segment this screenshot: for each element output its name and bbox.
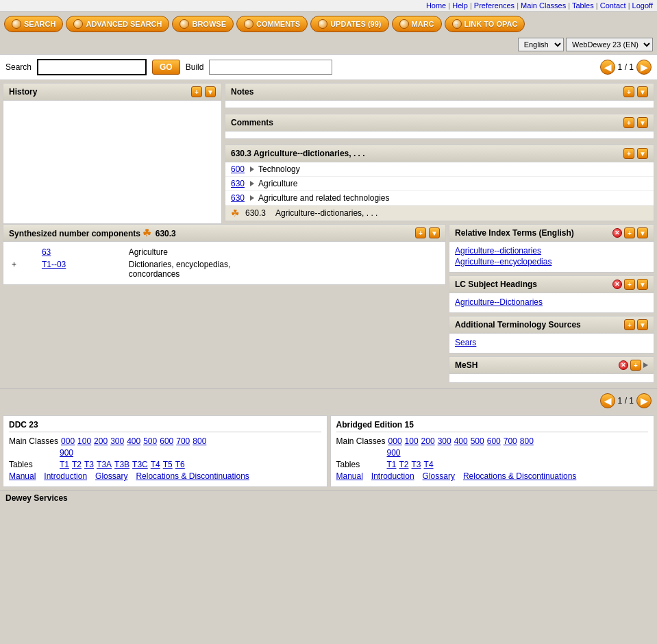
- ddc23-main-classes-label: Main Classes: [9, 436, 58, 446]
- abridged-900[interactable]: 900: [387, 448, 401, 458]
- comments-button[interactable]: COMMENTS: [236, 16, 308, 32]
- abridged-t4[interactable]: T4: [424, 460, 434, 469]
- ddc23-t2[interactable]: T2: [72, 460, 82, 469]
- lc-subject-link-1[interactable]: Agriculture--Dictionaries: [455, 297, 648, 307]
- abridged-300[interactable]: 300: [438, 436, 451, 446]
- help-link[interactable]: Help: [452, 1, 468, 10]
- ddc23-200[interactable]: 200: [94, 436, 108, 446]
- relative-index-add-button[interactable]: +: [624, 227, 635, 238]
- ddc23-t3[interactable]: T3: [84, 460, 94, 469]
- search-button[interactable]: SEARCH: [4, 16, 63, 32]
- synth-link-t103[interactable]: T1--03: [42, 260, 66, 269]
- two-col-layout: History + ▼ Notes + ▼: [0, 80, 657, 224]
- home-link[interactable]: Home: [426, 1, 446, 10]
- relative-index-link-2[interactable]: Agriculture--encyclopedias: [455, 257, 648, 267]
- ddc23-100[interactable]: 100: [77, 436, 91, 446]
- breadcrumb-link-630-2[interactable]: 630: [231, 193, 245, 203]
- abridged-600[interactable]: 600: [487, 436, 501, 446]
- relative-index-panel: Relative Index Terms (English) ✕ + ▼ Agr…: [449, 224, 654, 273]
- ddc23-800[interactable]: 800: [193, 436, 206, 446]
- bottom-prev-page-button[interactable]: ◀: [600, 393, 615, 408]
- lc-subject-collapse-button[interactable]: ▼: [637, 279, 648, 290]
- additional-terminology-add-button[interactable]: +: [624, 319, 635, 330]
- abridged-500[interactable]: 500: [471, 436, 484, 446]
- abridged-100[interactable]: 100: [405, 436, 419, 446]
- lc-subject-remove-button[interactable]: ✕: [612, 280, 622, 289]
- notes-collapse-button[interactable]: ▼: [637, 86, 648, 97]
- breadcrumb-link-600[interactable]: 600: [231, 164, 245, 174]
- contact-link[interactable]: Contact: [600, 1, 626, 10]
- abridged-manual[interactable]: Manual: [336, 471, 363, 481]
- classification-collapse-button[interactable]: ▼: [637, 148, 648, 159]
- comments-body: [225, 132, 654, 138]
- ddc23-300[interactable]: 300: [110, 436, 124, 446]
- breadcrumb-link-630-1[interactable]: 630: [231, 179, 245, 188]
- ddc23-700[interactable]: 700: [176, 436, 190, 446]
- preferences-link[interactable]: Preferences: [474, 1, 515, 10]
- mesh-add-button[interactable]: +: [630, 360, 641, 371]
- abridged-t3[interactable]: T3: [412, 460, 421, 469]
- additional-terminology-collapse-button[interactable]: ▼: [637, 319, 648, 330]
- abridged-t1[interactable]: T1: [387, 460, 397, 469]
- go-button[interactable]: GO: [152, 60, 180, 75]
- advanced-search-button[interactable]: ADVANCED SEARCH: [66, 16, 169, 32]
- abridged-relocations[interactable]: Relocations & Discontinuations: [463, 471, 576, 481]
- bottom-next-page-button[interactable]: ▶: [636, 393, 652, 408]
- history-add-button[interactable]: +: [191, 86, 202, 97]
- edition-select[interactable]: WebDewey 23 (EN): [566, 38, 653, 51]
- synth-link-63[interactable]: 63: [42, 247, 51, 257]
- search-input[interactable]: [37, 59, 147, 75]
- abridged-glossary[interactable]: Glossary: [423, 471, 455, 481]
- ddc23-t6[interactable]: T6: [175, 460, 185, 469]
- ddc23-400[interactable]: 400: [127, 436, 140, 446]
- marc-button[interactable]: MARC: [392, 16, 442, 32]
- relative-index-link-1[interactable]: Agriculture--dictionaries: [455, 246, 648, 256]
- relative-index-collapse-button[interactable]: ▼: [637, 227, 648, 238]
- synthesized-collapse-button[interactable]: ▼: [429, 227, 440, 238]
- ddc23-900[interactable]: 900: [60, 448, 73, 458]
- ddc23-t3c[interactable]: T3C: [132, 460, 148, 469]
- ddc23-600[interactable]: 600: [160, 436, 173, 446]
- ddc23-relocations[interactable]: Relocations & Discontinuations: [136, 471, 249, 481]
- browse-icon: [179, 19, 189, 29]
- abridged-000[interactable]: 000: [388, 436, 402, 446]
- ddc23-glossary[interactable]: Glossary: [95, 471, 127, 481]
- mesh-remove-button[interactable]: ✕: [619, 360, 628, 370]
- abridged-200[interactable]: 200: [421, 436, 435, 446]
- next-page-button[interactable]: ▶: [636, 60, 652, 75]
- abridged-introduction[interactable]: Introduction: [371, 471, 414, 481]
- comments-add-button[interactable]: +: [623, 117, 634, 128]
- prev-page-button[interactable]: ◀: [600, 60, 615, 75]
- comments-collapse-button[interactable]: ▼: [637, 117, 648, 128]
- sears-link[interactable]: Sears: [455, 338, 648, 347]
- synthesized-add-button[interactable]: +: [415, 227, 426, 238]
- ddc23-t1[interactable]: T1: [60, 460, 69, 469]
- history-collapse-button[interactable]: ▼: [205, 86, 216, 97]
- browse-button[interactable]: BROWSE: [172, 16, 234, 32]
- mesh-expand-button[interactable]: [643, 362, 648, 368]
- updates-button[interactable]: UPDATES (99): [310, 16, 388, 32]
- link-to-opac-button[interactable]: ↑ LINK TO OPAC: [445, 16, 525, 32]
- ddc23-t5[interactable]: T5: [163, 460, 173, 469]
- abridged-t2[interactable]: T2: [399, 460, 409, 469]
- notes-add-button[interactable]: +: [623, 86, 634, 97]
- relative-index-remove-button[interactable]: ✕: [612, 228, 622, 238]
- lc-subject-add-button[interactable]: +: [624, 279, 635, 290]
- classification-add-button[interactable]: +: [623, 148, 634, 159]
- ddc23-t3a[interactable]: T3A: [97, 460, 112, 469]
- logoff-link[interactable]: Logoff: [632, 1, 653, 10]
- ddc23-t4[interactable]: T4: [151, 460, 160, 469]
- main-classes-link[interactable]: Main Classes: [521, 1, 566, 10]
- abridged-700[interactable]: 700: [504, 436, 517, 446]
- tables-link[interactable]: Tables: [572, 1, 594, 10]
- language-select[interactable]: English: [518, 38, 564, 51]
- ddc23-main-classes-row: Main Classes 000 100 200 300 400 500 600…: [9, 436, 321, 446]
- build-input[interactable]: [209, 60, 332, 75]
- ddc23-introduction[interactable]: Introduction: [44, 471, 87, 481]
- abridged-800[interactable]: 800: [520, 436, 534, 446]
- ddc23-t3b[interactable]: T3B: [114, 460, 129, 469]
- ddc23-500[interactable]: 500: [143, 436, 157, 446]
- ddc23-manual[interactable]: Manual: [9, 471, 36, 481]
- abridged-400[interactable]: 400: [454, 436, 468, 446]
- ddc23-000[interactable]: 000: [61, 436, 75, 446]
